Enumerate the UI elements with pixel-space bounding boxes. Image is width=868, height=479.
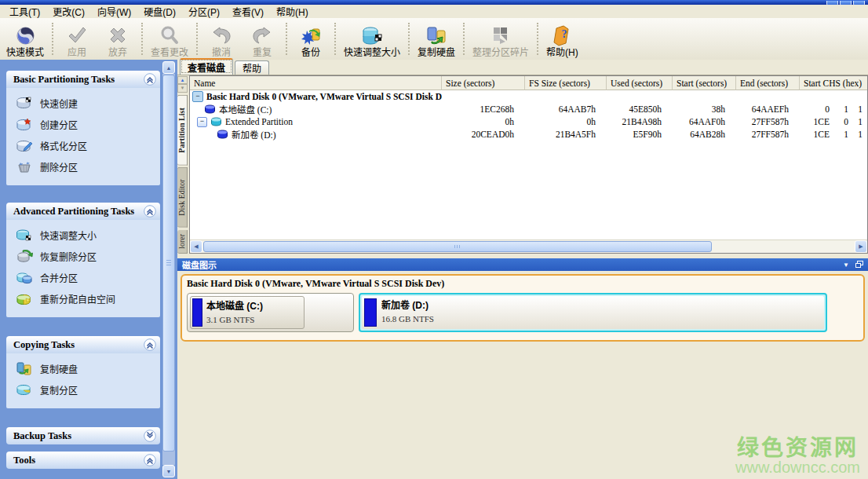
scroll-left-arrow-icon[interactable]: ◀ bbox=[190, 240, 202, 253]
task-sidebar: Basic Partitioning Tasks 快速创建 bbox=[0, 60, 177, 479]
scroll-down-arrow-icon[interactable]: ▼ bbox=[162, 465, 175, 477]
delete-partition-trash-icon bbox=[16, 160, 33, 174]
toolbar-separator bbox=[286, 23, 287, 55]
expand-chevron-icon[interactable] bbox=[144, 430, 156, 442]
panel-header[interactable]: Copying Tasks bbox=[6, 336, 160, 353]
table-row-disk[interactable]: − Basic Hard Disk 0 (VMware, VMware Virt… bbox=[190, 90, 867, 103]
disk-map-titlebar: 磁盘图示 ▼ bbox=[177, 258, 868, 271]
toolbar-button-redo[interactable]: 重复 bbox=[242, 18, 283, 60]
vtab-scroll-up-icon[interactable]: ▲ bbox=[177, 76, 188, 84]
application-window: 工具(T) 更改(C) 向导(W) 硬盘(D) 分区(P) 查看(V) 帮助(H… bbox=[0, 0, 868, 479]
table-row-partition-d[interactable]: 新加卷 (D:) 20CEAD0h 21B4A5Fh E5F90h 64AB28… bbox=[190, 128, 867, 141]
toolbar-button-copy-disk[interactable]: 复制硬盘 bbox=[413, 18, 460, 60]
sidebar-item-undelete-partition[interactable]: 恢复删除分区 bbox=[6, 246, 160, 267]
table-horizontal-scrollbar[interactable]: ◀ ▶ bbox=[190, 240, 867, 253]
toolbar-button-view-changes[interactable]: 查看更改 bbox=[146, 18, 193, 60]
toolbar-button-undo[interactable]: 撤消 bbox=[201, 18, 242, 60]
collapse-expander-icon[interactable]: − bbox=[197, 117, 207, 127]
panel-backup-tasks: Backup Tasks bbox=[6, 427, 160, 444]
toolbar-separator bbox=[141, 23, 143, 55]
dropdown-arrow-icon[interactable]: ▼ bbox=[843, 261, 849, 269]
undo-arrow-icon bbox=[210, 24, 232, 47]
table-row-extended-partition[interactable]: − Extended Partition 0h 0h 21B4A98h 64AA… bbox=[190, 115, 867, 128]
scroll-right-arrow-icon[interactable]: ▶ bbox=[855, 240, 867, 253]
disk-map-disk-title: Basic Hard Disk 0 (VMware, VMware Virtua… bbox=[187, 278, 859, 290]
vtab-disk-editor[interactable]: Disk Editor bbox=[177, 167, 188, 228]
scrollbar-track[interactable] bbox=[202, 240, 855, 253]
scrollbar-track[interactable] bbox=[162, 74, 175, 465]
column-header-start-chs[interactable]: Start CHS (hex) bbox=[800, 76, 867, 90]
toolbar-button-fast-mode[interactable]: 快速模式 bbox=[2, 18, 49, 60]
column-header-fs-size[interactable]: FS Size (sectors) bbox=[525, 76, 607, 90]
table-row-partition-c[interactable]: 本地磁盘 (C:) 1EC268h 64AAB7h 45E850h 38h 64… bbox=[190, 103, 867, 115]
toolbar-button-help[interactable]: ? 帮助(H) bbox=[542, 18, 583, 60]
collapse-expander-icon[interactable]: − bbox=[192, 91, 203, 102]
menu-item-partition[interactable]: 分区(P) bbox=[182, 4, 226, 19]
create-partition-disk-star-icon bbox=[16, 118, 33, 131]
panel-header[interactable]: Basic Partitioning Tasks bbox=[6, 71, 160, 88]
vtab-scroll-down-icon[interactable]: ▼ bbox=[177, 84, 188, 92]
menu-item-changes[interactable]: 更改(C) bbox=[46, 4, 91, 19]
toolbar-button-apply[interactable]: 应用 bbox=[57, 18, 97, 60]
sidebar-scrollbar[interactable]: ▲ ▼ bbox=[162, 61, 175, 477]
vtab-explorer[interactable]: lorer bbox=[177, 230, 188, 254]
scrollbar-thumb[interactable] bbox=[162, 75, 175, 452]
menu-item-harddisk[interactable]: 硬盘(D) bbox=[137, 4, 182, 19]
panel-header[interactable]: Tools bbox=[6, 452, 160, 469]
content-area: 查看磁盘 帮助 ▲ ▼ Partition List Disk Editor l… bbox=[177, 60, 868, 479]
cell-end: 64AAEFh bbox=[736, 104, 800, 114]
panel-header[interactable]: Advanced Partitioning Tasks bbox=[6, 203, 160, 220]
sidebar-item-format-partition[interactable]: 格式化分区 bbox=[6, 135, 160, 156]
scrollbar-thumb[interactable] bbox=[203, 241, 712, 252]
scroll-up-arrow-icon[interactable]: ▲ bbox=[162, 61, 175, 74]
sidebar-item-redistribute-free-space[interactable]: 重新分配自由空间 bbox=[6, 288, 160, 309]
menu-item-help[interactable]: 帮助(H) bbox=[270, 4, 315, 19]
cell-start-chs: 011 bbox=[800, 104, 867, 114]
backup-icon bbox=[300, 24, 322, 47]
toolbar-button-label: 快速调整大小 bbox=[344, 47, 400, 58]
sidebar-item-label: 快速创建 bbox=[40, 97, 78, 110]
undock-window-icon[interactable] bbox=[855, 261, 863, 269]
panel-title: Advanced Partitioning Tasks bbox=[13, 206, 134, 218]
cell-start: 64AAF0h bbox=[673, 117, 736, 126]
column-header-name[interactable]: Name bbox=[190, 76, 442, 90]
sidebar-item-merge-partitions[interactable]: 合并分区 bbox=[6, 267, 160, 288]
menu-item-wizard[interactable]: 向导(W) bbox=[91, 4, 137, 19]
toolbar-button-backup[interactable]: 备份 bbox=[290, 18, 331, 60]
toolbar-button-quick-resize[interactable]: 快速调整大小 bbox=[339, 18, 405, 60]
watermark-site-url: www.downcc.com bbox=[735, 459, 860, 476]
extended-partition-disk-icon bbox=[210, 117, 222, 126]
menu-item-tools[interactable]: 工具(T) bbox=[3, 4, 46, 19]
toolbar-button-label: 复制硬盘 bbox=[418, 47, 455, 58]
row-name: 本地磁盘 (C:) bbox=[219, 103, 272, 115]
toolbar-button-label: 查看更改 bbox=[151, 47, 188, 58]
tab-view-disks[interactable]: 查看磁盘 bbox=[180, 58, 233, 75]
collapse-chevron-icon[interactable] bbox=[144, 73, 156, 86]
toolbar-separator bbox=[537, 23, 538, 55]
sidebar-item-copy-hard-disk[interactable]: 复制硬盘 bbox=[6, 358, 160, 379]
collapse-chevron-icon[interactable] bbox=[144, 205, 156, 218]
sidebar-item-delete-partition[interactable]: 删除分区 bbox=[6, 156, 160, 177]
column-header-end[interactable]: End (sectors) bbox=[736, 76, 800, 90]
partition-block-d-selected[interactable]: 新加卷 (D:) 16.8 GB NTFS bbox=[359, 293, 827, 332]
vtab-partition-list[interactable]: Partition List bbox=[177, 95, 188, 166]
column-header-start[interactable]: Start (sectors) bbox=[673, 76, 736, 90]
sidebar-item-quick-create[interactable]: 快速创建 bbox=[6, 93, 160, 114]
format-partition-disk-pen-icon bbox=[16, 139, 33, 152]
sidebar-item-create-partition[interactable]: 创建分区 bbox=[6, 114, 160, 135]
sidebar-item-copy-partition[interactable]: 复制分区 bbox=[6, 379, 160, 400]
toolbar-button-defragment[interactable]: 整理分区碎片 bbox=[468, 18, 534, 60]
panel-header[interactable]: Backup Tasks bbox=[6, 427, 160, 444]
sidebar-item-quick-resize[interactable]: 快速调整大小 bbox=[6, 225, 160, 246]
view-changes-magnifier-icon bbox=[159, 24, 181, 47]
column-header-size[interactable]: Size (sectors) bbox=[442, 76, 525, 90]
tab-help[interactable]: 帮助 bbox=[235, 60, 269, 75]
partition-block-c[interactable]: 本地磁盘 (C:) 3.1 GB NTFS bbox=[187, 293, 354, 332]
collapse-chevron-icon[interactable] bbox=[144, 454, 156, 466]
column-header-used[interactable]: Used (sectors) bbox=[607, 76, 673, 90]
menu-item-view[interactable]: 查看(V) bbox=[226, 4, 270, 19]
toolbar-separator bbox=[463, 23, 465, 55]
collapse-chevron-icon[interactable] bbox=[144, 338, 156, 351]
cell-size: 0h bbox=[442, 117, 525, 126]
toolbar-button-discard[interactable]: 放弃 bbox=[97, 18, 138, 60]
